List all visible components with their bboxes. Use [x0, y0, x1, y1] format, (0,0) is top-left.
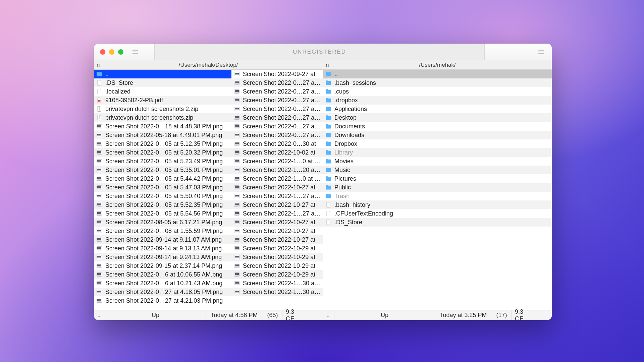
- close-button[interactable]: [100, 49, 105, 55]
- list-item[interactable]: Screen Shot 2022-10-27 at: [231, 200, 323, 209]
- list-item[interactable]: Screen Shot 2022-0…05 at 5.35.01 PM.png: [94, 166, 231, 174]
- list-item[interactable]: Screen Shot 2022-10-27 at: [231, 235, 323, 244]
- file-name: Screen Shot 2022-0…6 at 10.21.43 AM.png: [105, 279, 222, 288]
- list-item[interactable]: Screen Shot 2022-10-29 at: [231, 253, 323, 261]
- file-name: Screen Shot 2022-09-15 at 2.37.14 PM.png: [105, 261, 222, 270]
- img-icon: [96, 271, 103, 278]
- list-item[interactable]: Pictures: [323, 174, 397, 183]
- list-item-empty: [397, 192, 552, 200]
- list-item[interactable]: privatevpn dutch screenshots.zip: [94, 113, 231, 122]
- view-list-icon[interactable]: [129, 48, 141, 56]
- file-name: ..: [334, 70, 338, 78]
- list-item[interactable]: Screen Shot 2022-10-29 at: [231, 244, 323, 253]
- folder-icon: [325, 167, 332, 173]
- list-item[interactable]: Desktop: [323, 113, 397, 122]
- img-icon: [233, 201, 240, 208]
- list-item[interactable]: Screen Shot 2022-1…20 at 1: [231, 166, 323, 174]
- list-item[interactable]: .CFUserTextEncoding: [323, 209, 397, 218]
- list-item[interactable]: Screen Shot 2022-10-29 at: [231, 261, 323, 270]
- file-name: Screen Shot 2022-09-27 at: [243, 70, 315, 78]
- list-item[interactable]: Screen Shot 2022-0…05 at 5.44.42 PM.png: [94, 174, 231, 183]
- list-item[interactable]: Screen Shot 2022-0…27 at 4: [231, 122, 323, 131]
- list-item[interactable]: Screen Shot 2022-0…27 at 4: [231, 113, 323, 122]
- status-right: .. Up Today at 3:25 PM (17) 9.3 GE: [323, 310, 552, 320]
- img-icon: [96, 236, 103, 243]
- list-item[interactable]: .DS_Store: [323, 218, 397, 227]
- file-name: privatevpn dutch screenshots 2.zip: [105, 105, 198, 113]
- list-item[interactable]: Screen Shot 2022-09-15 at 2.37.14 PM.png: [94, 261, 231, 270]
- list-item[interactable]: Screen Shot 2022-0…27 at 4: [231, 105, 323, 113]
- list-item[interactable]: Screen Shot 2022-08-05 at 6.17.21 PM.png: [94, 218, 231, 227]
- list-item[interactable]: Screen Shot 2022-0…27 at 4: [231, 78, 323, 87]
- list-item[interactable]: .bash_history: [323, 200, 397, 209]
- list-item[interactable]: Downloads: [323, 131, 397, 139]
- list-item[interactable]: .dropbox: [323, 96, 397, 105]
- list-item[interactable]: Movies: [323, 157, 397, 166]
- list-item[interactable]: Screen Shot 2022-0…05 at 5.20.32 PM.png: [94, 148, 231, 157]
- list-item[interactable]: Public: [323, 183, 397, 192]
- list-item[interactable]: Screen Shot 2022-0…05 at 5.47.03 PM.png: [94, 183, 231, 192]
- list-item[interactable]: Screen Shot 2022-0…18 at 4.48.38 PM.png: [94, 122, 231, 131]
- list-item[interactable]: Applications: [323, 105, 397, 113]
- list-item[interactable]: .bash_sessions: [323, 78, 397, 87]
- list-item[interactable]: Screen Shot 2022-0…27 at 4.18.05 PM.png: [94, 288, 231, 296]
- list-item[interactable]: Screen Shot 2022-09-14 at 9.24.13 AM.png: [94, 253, 231, 261]
- list-item[interactable]: Screen Shot 2022-1…27 at 3: [231, 209, 323, 218]
- img-icon: [233, 289, 240, 295]
- list-item[interactable]: ..: [323, 70, 397, 78]
- zoom-button[interactable]: [118, 49, 123, 55]
- list-item[interactable]: Screen Shot 2022-10-27 at: [231, 183, 323, 192]
- list-item[interactable]: Screen Shot 2022-0…05 at 5.23.49 PM.png: [94, 157, 231, 166]
- list-item-empty: [397, 139, 552, 148]
- minimize-button[interactable]: [109, 49, 114, 55]
- list-item[interactable]: Screen Shot 2022-0…6 at 10.21.43 AM.png: [94, 279, 231, 288]
- list-item[interactable]: Screen Shot 2022-0…6 at 10.06.55 AM.png: [94, 270, 231, 279]
- list-item[interactable]: Screen Shot 2022-0…27 at 4.21.03 PM.png: [94, 296, 231, 305]
- folder-icon: [325, 193, 332, 199]
- list-item[interactable]: Screen Shot 2022-0…27 at 4: [231, 87, 323, 96]
- list-item[interactable]: Screen Shot 2022-10-02 at: [231, 148, 323, 157]
- list-item[interactable]: Screen Shot 2022-0…05 at 5.12.35 PM.png: [94, 139, 231, 148]
- list-item[interactable]: Dropbox: [323, 139, 397, 148]
- list-item[interactable]: Screen Shot 2022-09-27 at: [231, 70, 323, 78]
- list-item[interactable]: Screen Shot 2022-09-14 at 9.13.13 AM.png: [94, 244, 231, 253]
- list-item[interactable]: Trash: [323, 192, 397, 200]
- list-item[interactable]: Screen Shot 2022-0…27 at 4: [231, 131, 323, 139]
- window-controls: [94, 49, 129, 55]
- list-item[interactable]: 9108-39502-2-PB.pdf: [94, 96, 231, 105]
- list-item[interactable]: Screen Shot 2022-10-29 at: [231, 270, 323, 279]
- list-item[interactable]: Screen Shot 2022-09-14 at 9.11.07 AM.png: [94, 235, 231, 244]
- list-item[interactable]: Screen Shot 2022-0…05 at 5.52.35 PM.png: [94, 200, 231, 209]
- list-item[interactable]: .DS_Store: [94, 78, 231, 87]
- list-item[interactable]: Screen Shot 2022-1…30 at 8: [231, 288, 323, 296]
- list-item[interactable]: Screen Shot 2022-0…30 at: [231, 139, 323, 148]
- img-icon: [233, 97, 240, 104]
- list-item[interactable]: ..: [94, 70, 231, 78]
- list-item[interactable]: Documents: [323, 122, 397, 131]
- list-item[interactable]: Screen Shot 2022-0…05 at 5.50.40 PM.png: [94, 192, 231, 200]
- status-right-up[interactable]: Up: [334, 310, 435, 320]
- list-item[interactable]: .localized: [94, 87, 231, 96]
- list-item[interactable]: Screen Shot 2022-1…0 at 10: [231, 157, 323, 166]
- list-item[interactable]: Screen Shot 2022-10-27 at: [231, 227, 323, 235]
- status-left-up[interactable]: Up: [105, 310, 206, 320]
- list-item[interactable]: Music: [323, 166, 397, 174]
- right-header[interactable]: n /Users/mehak/: [323, 60, 552, 69]
- list-item[interactable]: privatevpn dutch screenshots 2.zip: [94, 105, 231, 113]
- list-item[interactable]: Screen Shot 2022-05-18 at 4.49.01 PM.png: [94, 131, 231, 139]
- img-icon: [233, 106, 240, 112]
- list-item[interactable]: Screen Shot 2022-1…0 at 10: [231, 174, 323, 183]
- list-item[interactable]: Screen Shot 2022-0…08 at 1.55.59 PM.png: [94, 227, 231, 235]
- list-item-empty: [397, 200, 552, 209]
- list-item[interactable]: Library: [323, 148, 397, 157]
- list-item[interactable]: Screen Shot 2022-0…05 at 5.54.56 PM.png: [94, 209, 231, 218]
- list-item[interactable]: Screen Shot 2022-1…30 at 8: [231, 279, 323, 288]
- list-item[interactable]: Screen Shot 2022-0…27 at 4: [231, 96, 323, 105]
- list-item[interactable]: Screen Shot 2022-10-27 at: [231, 218, 323, 227]
- view-list-right-icon[interactable]: [536, 48, 547, 56]
- img-icon: [233, 167, 240, 173]
- left-header[interactable]: n /Users/mehak/Desktop/: [94, 60, 323, 69]
- list-item[interactable]: .cups: [323, 87, 397, 96]
- list-item[interactable]: Screen Shot 2022-1…27 at 3: [231, 192, 323, 200]
- file-name: Downloads: [334, 131, 364, 139]
